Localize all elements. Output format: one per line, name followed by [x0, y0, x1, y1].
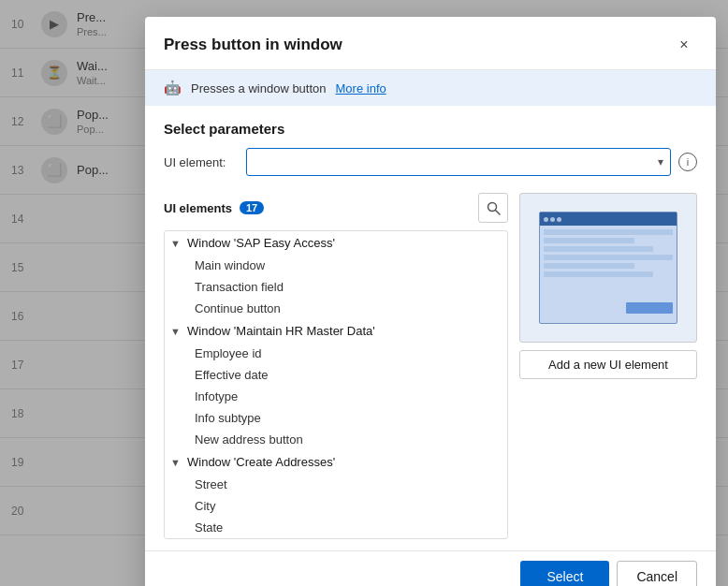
- tree-group-maintain-hr: ▼ Window 'Maintain HR Master Data' Emplo…: [165, 319, 507, 450]
- ui-element-label: UI element:: [164, 155, 239, 169]
- tree-child-main-window[interactable]: Main window: [165, 255, 507, 276]
- preview-row: [544, 238, 634, 243]
- tree-child-infotype[interactable]: Infotype: [165, 386, 507, 407]
- preview-dot: [544, 217, 548, 222]
- preview-dot: [550, 217, 555, 222]
- info-text: Presses a window button: [191, 81, 327, 95]
- tree-child-effective-date[interactable]: Effective date: [165, 364, 507, 386]
- modal-section: Select parameters UI element: ▾ i: [145, 106, 716, 193]
- tree-child-transaction-field[interactable]: Transaction field: [165, 276, 507, 298]
- tree-parent-create-addresses[interactable]: ▼ Window 'Create Addresses': [165, 450, 507, 474]
- left-panel: UI elements 17 ▼ Window 'SAP Easy Access…: [164, 193, 508, 539]
- right-panel: Add a new UI element: [519, 193, 697, 539]
- modal-title: Press button in window: [164, 36, 342, 54]
- ui-element-select-wrap: ▾: [246, 148, 671, 176]
- info-icon[interactable]: i: [678, 153, 697, 171]
- svg-line-1: [495, 210, 500, 214]
- tree-group-sap-easy-access: ▼ Window 'SAP Easy Access' Main window T…: [165, 231, 507, 319]
- info-banner: 🤖 Presses a window button More info: [145, 70, 716, 106]
- ui-elements-tree[interactable]: ▼ Window 'SAP Easy Access' Main window T…: [164, 230, 508, 539]
- collapse-arrow-icon: ▼: [170, 238, 183, 249]
- collapse-arrow-icon: ▼: [170, 457, 183, 468]
- tree-child-street[interactable]: Street: [165, 474, 507, 495]
- select-button[interactable]: Select: [520, 561, 609, 586]
- ui-element-select[interactable]: [246, 148, 671, 176]
- tree-parent-maintain-hr[interactable]: ▼ Window 'Maintain HR Master Data': [165, 319, 507, 343]
- preview-row: [544, 229, 673, 235]
- preview-titlebar: [540, 212, 677, 226]
- modal-dialog: Press button in window × 🤖 Presses a win…: [145, 17, 716, 586]
- preview-content: [540, 226, 677, 284]
- add-ui-element-button[interactable]: Add a new UI element: [519, 350, 697, 379]
- ui-elements-label: UI elements: [164, 201, 232, 215]
- preview-row: [544, 263, 634, 269]
- ui-elements-count-badge: 17: [240, 201, 264, 214]
- search-button[interactable]: [478, 193, 508, 223]
- tree-child-city[interactable]: City: [165, 495, 507, 517]
- tree-child-continue-button[interactable]: Continue button: [165, 298, 507, 319]
- preview-row: [544, 246, 653, 252]
- robot-icon: 🤖: [164, 80, 182, 96]
- tree-child-state[interactable]: State: [165, 517, 507, 538]
- search-icon: [487, 201, 501, 215]
- tree-group-create-addresses: ▼ Window 'Create Addresses' Street City …: [165, 450, 507, 538]
- ui-element-field-row: UI element: ▾ i: [164, 148, 697, 176]
- modal-header: Press button in window ×: [145, 17, 716, 70]
- preview-highlight: [626, 302, 673, 314]
- modal-close-button[interactable]: ×: [671, 32, 697, 58]
- cancel-button[interactable]: Cancel: [617, 561, 697, 586]
- more-info-link[interactable]: More info: [336, 81, 386, 95]
- ui-element-preview: [519, 193, 697, 343]
- preview-window: [539, 212, 677, 324]
- preview-row: [544, 255, 673, 260]
- tree-child-employee-id[interactable]: Employee id: [165, 343, 507, 364]
- modal-footer: Select Cancel: [145, 550, 716, 586]
- tree-parent-sap-easy-access[interactable]: ▼ Window 'SAP Easy Access': [165, 231, 507, 255]
- tree-child-info-subtype[interactable]: Info subtype: [165, 407, 507, 429]
- preview-row: [544, 271, 653, 277]
- modal-body: UI elements 17 ▼ Window 'SAP Easy Access…: [145, 193, 716, 550]
- ui-elements-header: UI elements 17: [164, 193, 508, 223]
- collapse-arrow-icon: ▼: [170, 326, 183, 337]
- section-title: Select parameters: [164, 121, 697, 137]
- tree-child-new-address-button[interactable]: New address button: [165, 429, 507, 450]
- preview-dot: [557, 217, 561, 222]
